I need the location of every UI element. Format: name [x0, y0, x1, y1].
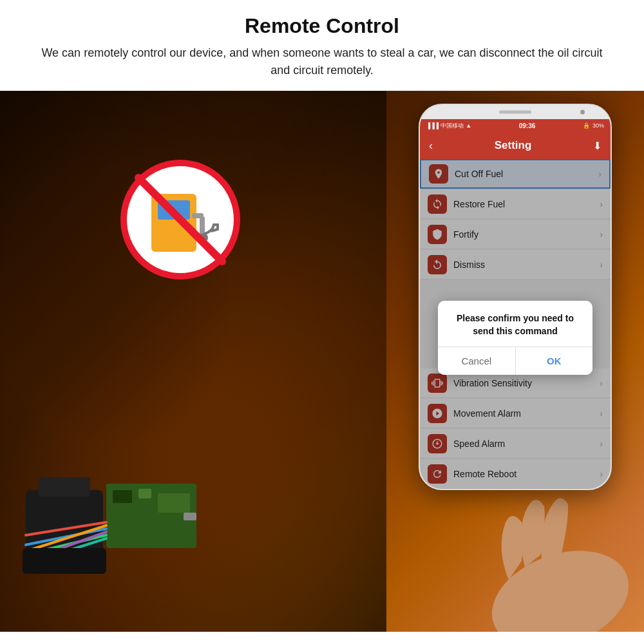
battery-level: 30%	[592, 122, 604, 129]
status-right: 🔒 30%	[583, 122, 604, 129]
carrier-name: 中国移动	[440, 122, 464, 130]
app-header: ‹ Setting ⬇	[420, 132, 611, 159]
top-section: Remote Control We can remotely control o…	[0, 0, 644, 91]
dialog-ok-button[interactable]: OK	[516, 347, 593, 375]
svg-rect-13	[158, 493, 190, 513]
phone-speaker	[499, 111, 531, 114]
phone-top-bar	[420, 105, 611, 119]
dialog-buttons: Cancel OK	[438, 346, 592, 375]
lock-icon: 🔒	[583, 122, 590, 129]
download-button[interactable]: ⬇	[593, 140, 601, 152]
phone-camera	[580, 110, 585, 115]
bottom-section: ▐▐▐ 中国移动 ▲ 09:36 🔒 30% ‹ Setting ⬇	[0, 91, 644, 632]
no-fuel-sign	[116, 155, 258, 297]
status-bar: ▐▐▐ 中国移动 ▲ 09:36 🔒 30%	[420, 119, 611, 132]
app-content: Cut Off Fuel › Restore Fuel › Fortify ›	[420, 159, 611, 489]
gps-device	[6, 393, 225, 612]
phone-wrapper: ▐▐▐ 中国移动 ▲ 09:36 🔒 30% ‹ Setting ⬇	[412, 97, 631, 625]
dialog-cancel-button[interactable]: Cancel	[438, 347, 516, 375]
svg-rect-9	[39, 477, 90, 497]
confirm-dialog: Please confirm you need to send this com…	[438, 301, 592, 375]
header-title: Setting	[495, 139, 532, 152]
svg-rect-21	[23, 548, 106, 574]
status-time: 09:36	[519, 122, 536, 129]
phone: ▐▐▐ 中国移动 ▲ 09:36 🔒 30% ‹ Setting ⬇	[419, 104, 612, 490]
dialog-overlay: Please confirm you need to send this com…	[420, 159, 611, 489]
page-title: Remote Control	[39, 14, 605, 38]
signal-icon: ▐▐▐	[426, 122, 439, 129]
dialog-message: Please confirm you need to send this com…	[438, 301, 592, 346]
back-button[interactable]: ‹	[429, 139, 433, 153]
status-left: ▐▐▐ 中国移动 ▲	[426, 122, 471, 130]
page-subtitle: We can remotely control our device, and …	[39, 44, 605, 79]
svg-rect-11	[113, 490, 132, 503]
svg-rect-12	[138, 489, 151, 498]
svg-rect-4	[200, 216, 205, 236]
wifi-icon: ▲	[466, 122, 471, 129]
svg-rect-14	[184, 513, 196, 520]
